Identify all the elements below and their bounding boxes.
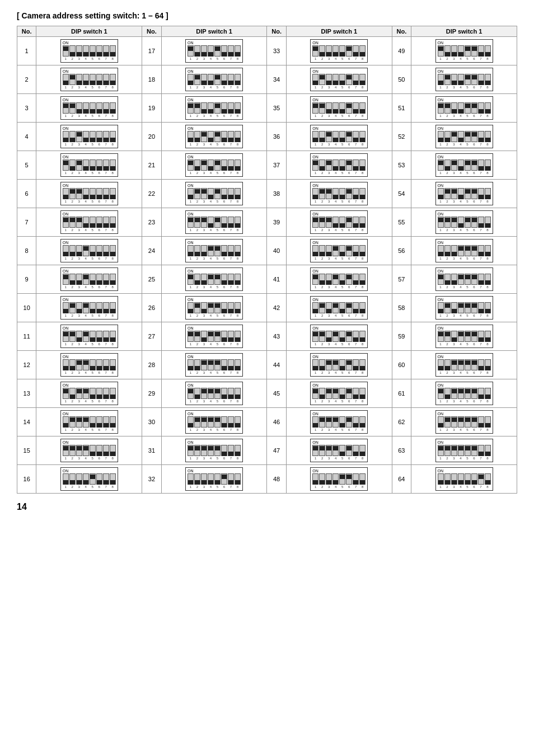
dip-position-1: 1 <box>63 331 69 346</box>
dip-position-3: 3 <box>326 159 332 175</box>
dip-position-3: 3 <box>451 188 457 203</box>
dip-position-7: 7 <box>478 359 484 374</box>
dip-position-6: 6 <box>346 245 352 260</box>
dip-position-5: 5 <box>465 245 471 260</box>
dip-position-6: 6 <box>471 359 477 374</box>
dip-position-3: 3 <box>451 131 457 146</box>
dip-position-6: 6 <box>471 102 477 118</box>
dip-position-2: 2 <box>69 131 76 146</box>
dip-position-4: 4 <box>458 359 464 374</box>
dip-switch-cell: ON12345678 <box>36 351 142 379</box>
row-number: 64 <box>392 465 411 494</box>
dip-position-1: 1 <box>63 359 69 374</box>
dip-position-7: 7 <box>478 217 484 232</box>
dip-position-5: 5 <box>214 473 221 489</box>
dip-position-7: 7 <box>103 274 109 289</box>
dip-position-7: 7 <box>103 131 109 146</box>
dip-position-1: 1 <box>63 188 69 203</box>
dip-position-1: 1 <box>438 445 444 460</box>
dip-position-4: 4 <box>83 102 89 118</box>
dip-position-4: 4 <box>458 302 464 317</box>
dip-switch-diagram: ON12345678 <box>435 382 493 405</box>
dip-switch-cell: ON12345678 <box>36 123 142 151</box>
row-number: 13 <box>17 379 36 408</box>
dip-position-7: 7 <box>353 131 359 146</box>
dip-position-5: 5 <box>339 331 345 346</box>
dip-switch-diagram: ON12345678 <box>310 296 368 320</box>
dip-position-4: 4 <box>458 74 464 89</box>
dip-position-4: 4 <box>458 45 464 60</box>
table-row: 16ON1234567832ON1234567848ON1234567864ON… <box>17 465 517 494</box>
dip-position-8: 8 <box>359 245 366 260</box>
dip-switch-diagram: ON12345678 <box>435 353 493 377</box>
row-number: 28 <box>142 351 161 379</box>
dip-position-3: 3 <box>451 331 457 346</box>
dip-position-3: 3 <box>201 159 207 175</box>
dip-switch-cell: ON12345678 <box>36 37 142 65</box>
dip-switch-cell: ON12345678 <box>286 322 392 351</box>
dip-position-4: 4 <box>332 45 339 60</box>
dip-switch-diagram: ON12345678 <box>310 439 368 462</box>
dip-position-5: 5 <box>214 445 221 460</box>
dip-position-1: 1 <box>438 388 444 403</box>
dip-switch-diagram: ON12345678 <box>435 210 493 234</box>
table-row: 1ON1234567817ON1234567833ON1234567849ON1… <box>17 37 517 65</box>
dip-position-5: 5 <box>339 302 345 317</box>
dip-position-8: 8 <box>359 445 366 460</box>
page-number: 14 <box>17 502 517 512</box>
dip-switch-diagram: ON12345678 <box>185 96 243 120</box>
dip-position-8: 8 <box>110 388 116 403</box>
dip-position-5: 5 <box>90 274 96 289</box>
dip-position-7: 7 <box>353 74 359 89</box>
dip-switch-cell: ON12345678 <box>286 294 392 322</box>
dip-switch-diagram: ON12345678 <box>60 96 118 120</box>
dip-position-6: 6 <box>96 473 102 489</box>
dip-position-5: 5 <box>90 302 96 317</box>
dip-position-5: 5 <box>339 473 345 489</box>
table-row: 3ON1234567819ON1234567835ON1234567851ON1… <box>17 94 517 123</box>
dip-position-1: 1 <box>188 388 194 403</box>
dip-switch-cell: ON12345678 <box>286 37 392 65</box>
dip-position-2: 2 <box>319 245 325 260</box>
dip-position-5: 5 <box>465 188 471 203</box>
row-number: 50 <box>392 65 411 94</box>
dip-switch-diagram: ON12345678 <box>185 382 243 405</box>
dip-position-6: 6 <box>346 274 352 289</box>
dip-switch-cell: ON12345678 <box>411 322 517 351</box>
dip-position-5: 5 <box>465 388 471 403</box>
dip-position-6: 6 <box>96 159 102 175</box>
dip-switch-diagram: ON12345678 <box>435 96 493 120</box>
dip-switch-diagram: ON12345678 <box>185 68 243 91</box>
dip-position-1: 1 <box>312 74 318 89</box>
dip-switch-cell: ON12345678 <box>161 208 267 237</box>
dip-switch-cell: ON12345678 <box>286 265 392 294</box>
dip-position-6: 6 <box>221 217 227 232</box>
dip-switch-cell: ON12345678 <box>411 151 517 180</box>
dip-switch-cell: ON12345678 <box>286 180 392 208</box>
dip-position-1: 1 <box>63 45 69 60</box>
dip-position-6: 6 <box>346 102 352 118</box>
dip-position-3: 3 <box>451 102 457 118</box>
dip-position-6: 6 <box>346 74 352 89</box>
dip-position-3: 3 <box>326 131 332 146</box>
dip-position-7: 7 <box>228 388 234 403</box>
dip-position-1: 1 <box>438 102 444 118</box>
dip-position-2: 2 <box>319 74 325 89</box>
dip-position-5: 5 <box>214 45 221 60</box>
dip-switch-diagram: ON12345678 <box>185 267 243 291</box>
dip-position-5: 5 <box>339 131 345 146</box>
dip-position-1: 1 <box>63 388 69 403</box>
dip-switch-cell: ON12345678 <box>36 322 142 351</box>
dip-position-2: 2 <box>444 445 451 460</box>
dip-position-5: 5 <box>339 245 345 260</box>
dip-switch-diagram: ON12345678 <box>435 239 493 262</box>
dip-position-2: 2 <box>444 131 451 146</box>
dip-position-3: 3 <box>201 331 207 346</box>
dip-position-8: 8 <box>359 45 366 60</box>
row-number: 30 <box>142 408 161 436</box>
dip-position-6: 6 <box>96 102 102 118</box>
dip-position-6: 6 <box>221 331 227 346</box>
dip-position-8: 8 <box>485 131 491 146</box>
dip-position-6: 6 <box>471 416 477 431</box>
dip-switch-cell: ON12345678 <box>286 436 392 465</box>
